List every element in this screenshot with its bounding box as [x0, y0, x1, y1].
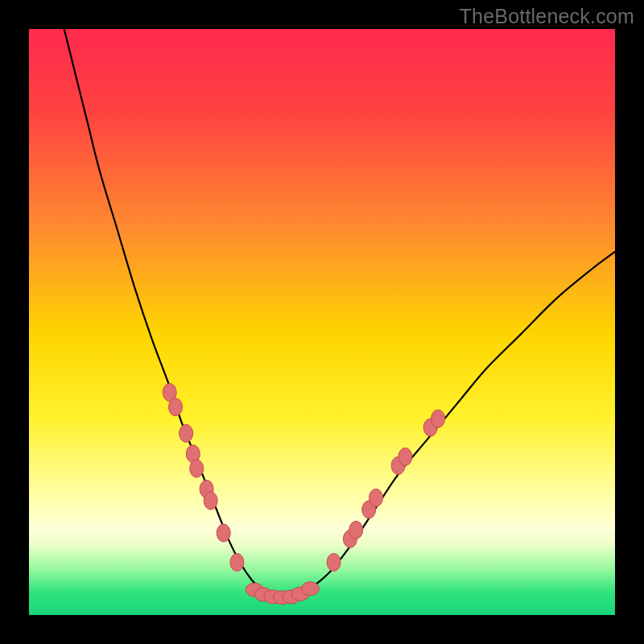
data-dot: [431, 410, 445, 427]
data-dot: [349, 521, 363, 539]
data-dot: [190, 460, 204, 477]
watermark-text: TheBottleneck.com: [460, 5, 634, 28]
data-dot: [327, 554, 341, 572]
dot-cluster-bottom: [246, 582, 319, 605]
bottleneck-curve: [64, 29, 615, 598]
dot-cluster-right: [327, 410, 444, 571]
data-dot: [169, 398, 183, 416]
data-dot: [301, 582, 319, 596]
data-dot: [180, 424, 193, 442]
curve-layer: [29, 29, 615, 615]
plot-area: [29, 29, 615, 615]
data-dot: [230, 554, 244, 572]
chart-frame: TheBottleneck.com: [0, 0, 644, 644]
data-dot: [369, 489, 383, 506]
data-dot: [398, 448, 412, 465]
data-dot: [217, 524, 230, 542]
data-dot: [204, 492, 217, 510]
